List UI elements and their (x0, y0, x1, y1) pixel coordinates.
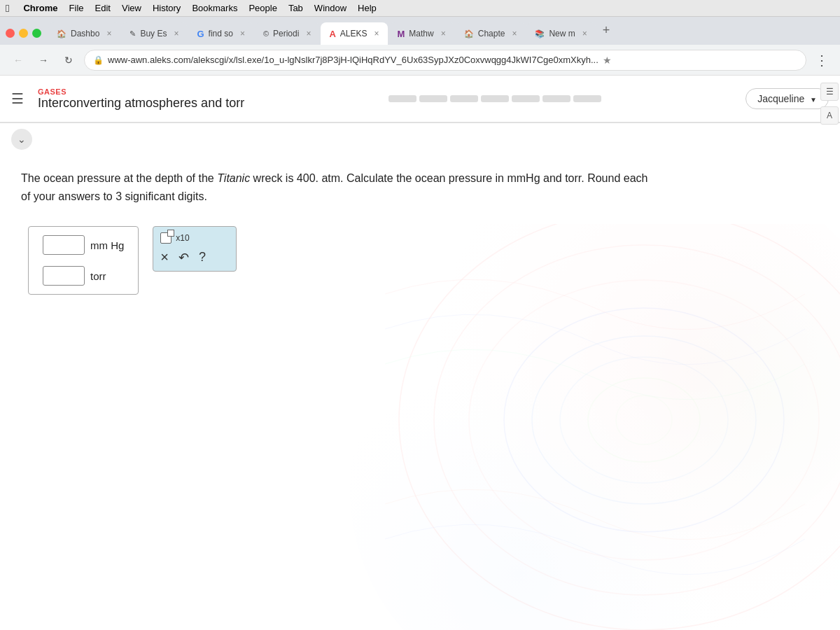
tab-aleks[interactable]: A ALEKS × (321, 22, 387, 45)
tab-label-periodic: Periodi (273, 29, 299, 38)
tab-close-new-m[interactable]: × (582, 29, 587, 38)
menu-bookmarks[interactable]: Bookmarks (192, 3, 237, 13)
chevron-down-icon: ▼ (810, 96, 817, 104)
hamburger-menu-icon[interactable]: ☰ (11, 90, 24, 107)
menu-view[interactable]: View (122, 3, 141, 13)
exponent-checkbox-wrapper (160, 232, 172, 244)
menu-people[interactable]: People (248, 3, 276, 13)
sidebar-accessibility-icon[interactable]: A (820, 106, 839, 125)
tab-close-periodic[interactable]: × (306, 29, 311, 38)
tab-icon-chapter: 🏠 (464, 29, 474, 38)
question-area: The ocean pressure at the depth of the T… (0, 155, 840, 309)
new-tab-button[interactable]: + (597, 20, 616, 45)
tab-close-google[interactable]: × (240, 29, 245, 38)
menu-edit[interactable]: Edit (95, 3, 111, 13)
tools-top-row: x10 (160, 232, 229, 244)
tab-label-aleks: ALEKS (340, 29, 368, 38)
tab-close-buy[interactable]: × (174, 29, 178, 38)
progress-segment-1 (388, 95, 416, 102)
maximize-window-button[interactable] (32, 29, 41, 38)
tab-label-buy: Buy Es (140, 29, 167, 38)
back-button[interactable]: ← (8, 50, 28, 70)
aleks-header: ☰ GASES Interconverting atmospheres and … (0, 76, 840, 123)
close-window-button[interactable] (6, 29, 15, 38)
page-content: ☰ GASES Interconverting atmospheres and … (0, 76, 840, 630)
url-bar[interactable]: 🔒 www-awn.aleks.com/alekscgi/x/lsl.exe/1… (84, 50, 806, 71)
progress-segment-2 (419, 95, 447, 102)
url-text: www-awn.aleks.com/alekscgi/x/lsl.exe/1o_… (108, 55, 598, 65)
address-bar: ← → ↻ 🔒 www-awn.aleks.com/alekscgi/x/lsl… (0, 45, 840, 76)
menu-file[interactable]: File (69, 3, 84, 13)
tab-google[interactable]: G find so × (188, 22, 253, 45)
tab-icon-dashboard: 🏠 (57, 29, 66, 38)
tab-label-mathway: Mathw (409, 29, 433, 38)
menu-tab[interactable]: Tab (288, 3, 303, 13)
tab-close-aleks[interactable]: × (374, 29, 379, 38)
tab-icon-new-m: 📚 (535, 29, 545, 38)
app-name[interactable]: Chrome (23, 3, 57, 13)
tab-close-dashboard[interactable]: × (106, 29, 111, 38)
menu-help[interactable]: Help (358, 3, 377, 13)
mmhg-input-row: mm Hg (43, 235, 124, 255)
clear-button[interactable]: × (160, 249, 169, 265)
svg-point-9 (350, 280, 770, 630)
svg-point-4 (532, 336, 756, 504)
tab-periodic[interactable]: © Periodi × (255, 22, 319, 45)
torr-label: torr (90, 270, 106, 282)
svg-point-6 (588, 378, 700, 462)
breadcrumb: GASES Interconverting atmospheres and to… (38, 88, 244, 111)
apple-menu[interactable]:  (6, 2, 9, 14)
titanic-italic: Titanic (217, 172, 250, 184)
svg-point-2 (469, 280, 819, 560)
tab-label-new-m: New m (549, 29, 575, 38)
tab-new-m[interactable]: 📚 New m × (526, 22, 595, 45)
tools-actions-row: × ↶ ? (160, 249, 229, 265)
help-button[interactable]: ? (199, 250, 206, 265)
progress-segment-5 (512, 95, 540, 102)
more-options-icon[interactable]: ⋮ (812, 52, 832, 69)
forward-button[interactable]: → (34, 50, 53, 70)
tab-icon-google: G (197, 29, 204, 39)
user-name-label: Jacqueline (757, 93, 804, 104)
minimize-window-button[interactable] (19, 29, 28, 38)
tab-chapter[interactable]: 🏠 Chapte × (456, 22, 526, 45)
sidebar-notes-icon[interactable]: ☰ (820, 83, 839, 101)
tab-icon-mathway: M (398, 29, 405, 39)
tab-buy-essays[interactable]: ✎ Buy Es × (121, 22, 187, 45)
bookmark-star-icon[interactable]: ★ (603, 55, 612, 66)
tab-mathway[interactable]: M Mathw × (389, 22, 454, 45)
tab-icon-buy: ✎ (130, 29, 136, 38)
menu-bar:  Chrome File Edit View History Bookmark… (0, 0, 840, 17)
user-menu-button[interactable]: Jacqueline ▼ (746, 88, 829, 109)
svg-point-7 (616, 396, 672, 444)
undo-button[interactable]: ↶ (178, 250, 189, 265)
menu-history[interactable]: History (153, 3, 181, 13)
lock-icon: 🔒 (93, 55, 104, 65)
tab-close-chapter[interactable]: × (512, 29, 517, 38)
mmhg-input[interactable] (43, 235, 85, 255)
tab-icon-aleks: A (329, 29, 335, 39)
torr-input[interactable] (43, 266, 85, 286)
svg-point-5 (560, 357, 728, 483)
chrome-window: 🏠 Dashbo × ✎ Buy Es × G find so × © Peri… (0, 17, 840, 630)
progress-segment-4 (481, 95, 509, 102)
tab-dashboard[interactable]: 🏠 Dashbo × (48, 22, 120, 45)
refresh-button[interactable]: ↻ (59, 50, 78, 70)
answer-section: mm Hg torr x10 (28, 226, 798, 295)
progress-bar-area (253, 95, 737, 102)
menu-window[interactable]: Window (314, 3, 346, 13)
question-text: The ocean pressure at the depth of the T… (21, 169, 798, 205)
x10-label: x10 (176, 233, 189, 243)
tab-bar: 🏠 Dashbo × ✎ Buy Es × G find so × © Peri… (0, 17, 840, 45)
progress-segment-6 (542, 95, 570, 102)
input-group: mm Hg torr (28, 226, 139, 295)
mmhg-label: mm Hg (90, 239, 124, 251)
progress-segment-7 (573, 95, 601, 102)
exponent-superscript-icon (167, 230, 174, 237)
tab-close-mathway[interactable]: × (441, 29, 446, 38)
collapse-button[interactable]: ⌄ (11, 129, 32, 150)
svg-point-3 (504, 308, 784, 532)
tab-icon-periodic: © (263, 29, 269, 38)
tools-popup: x10 × ↶ ? (153, 226, 237, 272)
progress-segment-3 (450, 95, 478, 102)
